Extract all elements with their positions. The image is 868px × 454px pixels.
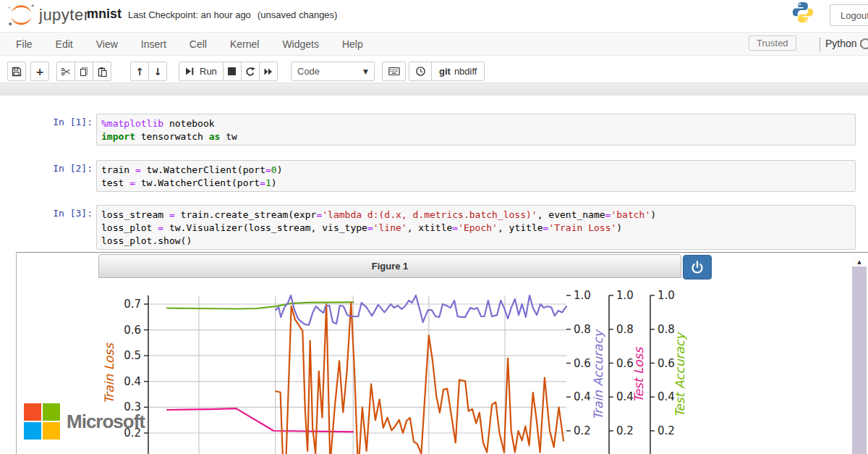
code-line: loss_plot.show() xyxy=(101,235,851,248)
move-cell-down-button[interactable]: ↓ xyxy=(148,62,167,81)
floppy-icon xyxy=(12,67,22,77)
input-prompt: In [1]: xyxy=(14,117,93,127)
restart-icon xyxy=(245,67,255,77)
notebook-title-area: mnist Last Checkpoint: an hour ago (unsa… xyxy=(87,7,337,22)
scissors-icon xyxy=(61,67,71,77)
insert-group: + xyxy=(30,62,49,81)
run-icon xyxy=(185,67,195,76)
trusted-badge: Trusted xyxy=(749,35,796,51)
restart-kernel-button[interactable] xyxy=(241,62,260,81)
run-button[interactable]: Run xyxy=(179,62,224,81)
menu-item-cell[interactable]: Cell xyxy=(178,38,218,50)
clock-icon xyxy=(415,66,426,77)
code-line: loss_stream = train.create_stream(expr='… xyxy=(101,209,851,222)
python-logo-icon xyxy=(791,1,814,24)
header-separator xyxy=(0,83,868,96)
command-palette-button[interactable] xyxy=(382,62,406,81)
menu-item-file[interactable]: File xyxy=(4,38,44,50)
scroll-up-button[interactable]: ▲ xyxy=(852,257,867,266)
run-label: Run xyxy=(200,66,217,77)
arrow-up-icon: ↑ xyxy=(135,66,144,77)
code-line: loss_plot = tw.Visualizer(loss_stream, v… xyxy=(101,222,851,235)
stop-icon xyxy=(228,67,236,75)
menu-bar: FileEditViewInsertCellKernelWidgetsHelp … xyxy=(0,32,868,56)
scrollbar-track[interactable] xyxy=(852,266,867,454)
history-button[interactable] xyxy=(409,62,432,81)
interrupt-kernel-button[interactable] xyxy=(223,62,242,81)
figure-titlebar[interactable]: Figure 1 xyxy=(98,254,681,278)
menu-item-view[interactable]: View xyxy=(85,38,129,50)
paste-icon xyxy=(97,67,107,77)
code-line: %matplotlib notebook xyxy=(101,117,851,130)
save-button[interactable] xyxy=(7,62,26,81)
keyboard-icon xyxy=(388,67,400,76)
jupyter-wordmark[interactable]: jupyter xyxy=(39,6,90,25)
nbdiff-label: nbdiff xyxy=(454,66,477,77)
paste-cells-button[interactable] xyxy=(93,62,111,81)
restart-run-all-button[interactable] xyxy=(259,62,278,81)
kernel-status-icon xyxy=(860,38,868,49)
microsoft-square xyxy=(43,403,60,421)
code-line: import tensorwatch as tw xyxy=(101,130,851,143)
cut-cells-button[interactable] xyxy=(56,62,75,81)
move-group: ↑ ↓ xyxy=(130,62,167,81)
menu-item-widgets[interactable]: Widgets xyxy=(271,38,331,50)
close-figure-button[interactable] xyxy=(683,255,712,279)
nbdiff-group: git nbdiff xyxy=(409,62,485,81)
input-prompt: In [2]: xyxy=(14,163,93,174)
git-nbdiff-button[interactable]: git nbdiff xyxy=(431,62,485,81)
microsoft-wordmark: Microsoft xyxy=(67,411,145,433)
power-icon xyxy=(689,258,706,276)
microsoft-square xyxy=(43,422,60,440)
code-line: test = tw.WatcherClient(port=1) xyxy=(101,177,851,190)
move-cell-up-button[interactable]: ↑ xyxy=(130,62,149,81)
arrow-down-icon: ↓ xyxy=(153,66,162,77)
microsoft-logo: Microsoft xyxy=(24,403,145,440)
logout-button[interactable]: Logout xyxy=(830,4,868,26)
copy-cells-button[interactable] xyxy=(75,62,93,81)
plus-icon: + xyxy=(35,66,44,77)
output-scrollbar[interactable]: ▲ xyxy=(852,257,867,454)
jupyter-logo-icon[interactable] xyxy=(7,3,38,28)
edit-group xyxy=(56,62,111,81)
checkpoint-status: Last Checkpoint: an hour ago xyxy=(128,9,251,20)
notebook-title[interactable]: mnist xyxy=(87,7,122,22)
menu-item-insert[interactable]: Insert xyxy=(129,38,178,50)
input-prompt: In [3]: xyxy=(14,208,93,219)
code-cell-3[interactable]: loss_stream = train.create_stream(expr='… xyxy=(96,205,856,250)
fast-forward-icon xyxy=(264,68,273,75)
menu-item-help[interactable]: Help xyxy=(331,38,375,50)
save-group xyxy=(7,62,26,81)
chevron-down-icon: ▼ xyxy=(363,68,368,75)
cell-type-value: Code xyxy=(297,66,320,77)
cell-type-select[interactable]: Code ▼ xyxy=(291,62,375,81)
code-cell-2[interactable]: train = tw.WatcherClient(port=0)test = t… xyxy=(96,160,856,192)
scroll-up-icon: ▲ xyxy=(857,259,861,265)
copy-icon xyxy=(79,67,89,77)
divider xyxy=(820,38,820,51)
insert-cell-button[interactable]: + xyxy=(30,62,49,81)
notebook-header: jupyter mnist Last Checkpoint: an hour a… xyxy=(0,0,868,32)
microsoft-squares-icon xyxy=(24,403,60,440)
menu-item-edit[interactable]: Edit xyxy=(44,38,85,50)
run-group: Run xyxy=(179,62,278,81)
menu-item-kernel[interactable]: Kernel xyxy=(218,38,271,50)
unsaved-changes-label: (unsaved changes) xyxy=(258,9,338,20)
git-label: git xyxy=(439,66,451,77)
kernel-name: Python 3 xyxy=(825,38,865,49)
microsoft-square xyxy=(24,422,41,440)
shortcuts-group xyxy=(382,62,406,81)
code-line: train = tw.WatcherClient(port=0) xyxy=(101,164,851,177)
figure-title: Figure 1 xyxy=(372,261,409,272)
menu-items: FileEditViewInsertCellKernelWidgetsHelp xyxy=(4,33,375,55)
microsoft-square xyxy=(24,403,41,421)
code-cell-1[interactable]: %matplotlib notebookimport tensorwatch a… xyxy=(96,114,856,146)
toolbar: + ↑ ↓ xyxy=(0,56,868,83)
